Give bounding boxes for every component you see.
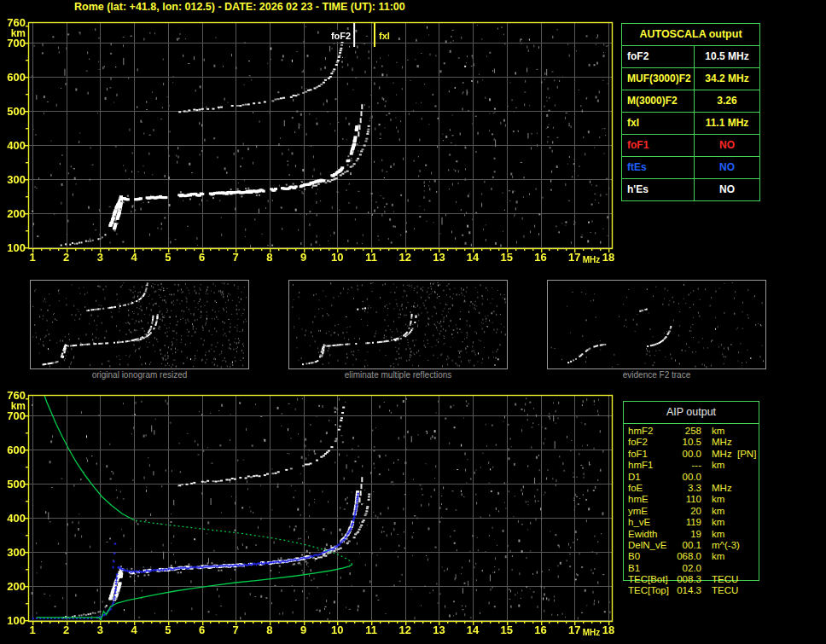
parameter-name: hmF1 (628, 460, 672, 471)
parameter-note: [PN] (732, 449, 768, 460)
parameter-name: foF1 (622, 135, 694, 156)
table-row: foF1 00.0 MHz [PN] (623, 449, 768, 460)
parameter-name: foF2 (628, 437, 672, 448)
parameter-name: TEC[Bot] (628, 574, 672, 585)
parameter-name: ftEs (622, 157, 694, 178)
parameter-name: foF1 (628, 449, 672, 460)
parameter-value: 119 (672, 517, 701, 528)
table-row: ftEs NO (622, 157, 759, 179)
parameter-value: 00.1 (672, 540, 701, 551)
table-row: foE 3.3 MHz (623, 483, 768, 494)
parameter-value: 00.0 (672, 449, 701, 460)
table-row: M(3000)F2 3.26 (622, 90, 759, 113)
autoscala-output-header: AUTOSCALA output (622, 24, 759, 46)
top-ionogram-plot (0, 13, 621, 269)
table-row: foF2 10.5 MHz (623, 437, 768, 448)
parameter-name: B0 (628, 551, 672, 562)
parameter-unit: m^(-3) (701, 540, 732, 551)
table-row: DelN_vE 00.1 m^(-3) (623, 540, 768, 551)
table-row: B0 068.0 km (623, 551, 768, 562)
parameter-note (732, 551, 768, 562)
thumbnail-caption-original: original ionogram resized (30, 370, 249, 380)
parameter-note (732, 585, 768, 596)
parameter-name: DelN_vE (628, 540, 672, 551)
thumbnail-evidence-f2-trace-canvas (548, 281, 765, 368)
parameter-name: foF2 (622, 46, 694, 67)
table-row: Ewidth 19 km (623, 529, 768, 540)
parameter-value: 02.0 (672, 563, 701, 574)
parameter-name: h'Es (622, 179, 694, 200)
autoscala-output-table: AUTOSCALA output foF2 10.5 MHz MUF(3000)… (621, 23, 760, 201)
thumbnail-original-ionogram-canvas (31, 281, 248, 368)
parameter-name: foE (628, 483, 672, 494)
parameter-unit: km (701, 460, 732, 471)
parameter-unit (701, 563, 732, 574)
page-title: Rome (lat: +41.8, lon: 012.5) - DATE: 20… (74, 1, 405, 14)
parameter-value: 00.0 (672, 472, 701, 483)
parameter-note (732, 494, 768, 505)
thumbnail-caption-evidence: evidence F2 trace (547, 370, 766, 380)
parameter-note (732, 563, 768, 574)
parameter-value: 068.0 (672, 551, 701, 562)
parameter-value: 110 (672, 494, 701, 505)
autoscala-app-window: Rome (lat: +41.8, lon: 012.5) - DATE: 20… (0, 0, 826, 644)
table-row: hmF1 --- km (623, 460, 768, 471)
table-row: TEC[Top] 014.3 TECU (623, 585, 768, 596)
thumbnail-original-ionogram (30, 280, 249, 369)
table-row: MUF(3000)F2 34.2 MHz (622, 68, 759, 90)
parameter-name: h_vE (628, 517, 672, 528)
autoscala-rows: foF2 10.5 MHz MUF(3000)F2 34.2 MHz M(300… (622, 46, 759, 200)
parameter-note (732, 460, 768, 471)
thumbnail-eliminate-reflections-canvas (289, 281, 507, 368)
table-row: foF2 10.5 MHz (622, 46, 759, 68)
parameter-name: hmE (628, 494, 672, 505)
table-row: foF1 NO (622, 135, 759, 157)
table-row: D1 00.0 (623, 472, 768, 483)
parameter-note (732, 540, 768, 551)
parameter-name: D1 (628, 472, 672, 483)
parameter-note (732, 472, 768, 483)
parameter-note (732, 517, 768, 528)
thumbnail-evidence-f2-trace (547, 280, 766, 369)
parameter-name: Ewidth (628, 529, 672, 540)
bottom-ionogram-plot (0, 386, 621, 641)
parameter-name: fxI (622, 113, 694, 134)
parameter-note (732, 426, 768, 437)
parameter-value: 20 (672, 506, 701, 517)
thumbnail-eliminate-reflections (288, 280, 508, 369)
parameter-value: 10.5 (672, 437, 701, 448)
parameter-unit: km (701, 551, 732, 562)
parameter-name: MUF(3000)F2 (622, 68, 694, 90)
parameter-note (732, 506, 768, 517)
parameter-name: ymE (628, 506, 672, 517)
aip-output-header: AIP output (624, 402, 759, 424)
parameter-value: 3.26 (694, 90, 759, 112)
parameter-value: 258 (672, 426, 701, 437)
parameter-unit: MHz (701, 437, 732, 448)
parameter-unit: km (701, 494, 732, 505)
aip-rows: hmF2 258 km foF2 10.5 MHz foF1 00.0 MHz … (623, 426, 768, 597)
parameter-unit: TECU (701, 585, 732, 596)
parameter-value: NO (694, 157, 759, 178)
table-row: h_vE 119 km (623, 517, 768, 528)
parameter-value: 008.3 (672, 574, 701, 585)
parameter-note (732, 483, 768, 494)
parameter-name: TEC[Top] (628, 585, 672, 596)
parameter-unit: MHz (701, 449, 732, 460)
parameter-note (732, 437, 768, 448)
table-row: h'Es NO (622, 179, 759, 200)
table-row: fxI 11.1 MHz (622, 113, 759, 135)
parameter-value: 11.1 MHz (694, 113, 759, 134)
table-row: ymE 20 km (623, 506, 768, 517)
parameter-note (732, 574, 768, 585)
parameter-name: M(3000)F2 (622, 90, 694, 112)
parameter-value: 3.3 (672, 483, 701, 494)
parameter-value: NO (694, 135, 759, 156)
parameter-value: --- (672, 460, 701, 471)
parameter-unit: km (701, 426, 732, 437)
parameter-name: B1 (628, 563, 672, 574)
parameter-value: 10.5 MHz (694, 46, 759, 67)
parameter-value: 014.3 (672, 585, 701, 596)
parameter-value: 19 (672, 529, 701, 540)
parameter-note (732, 529, 768, 540)
